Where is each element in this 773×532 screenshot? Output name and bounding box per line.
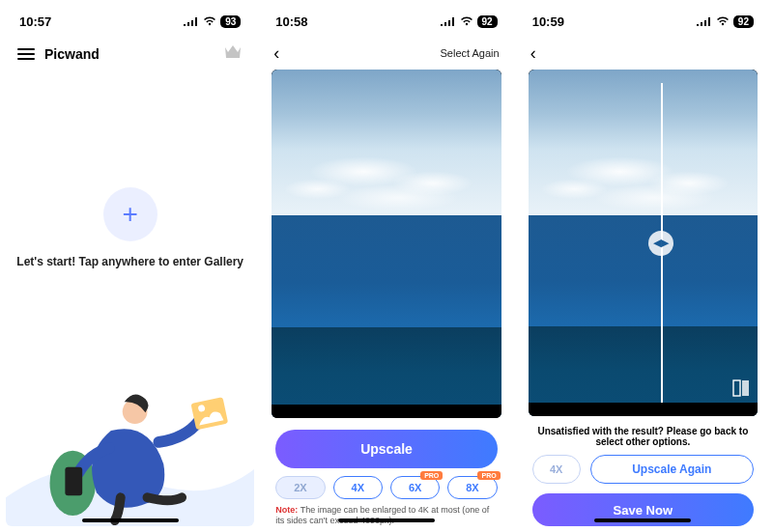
status-bar: 10:59 92 <box>519 6 767 37</box>
note-label: Note: <box>275 505 298 515</box>
home-body[interactable]: + Let's start! Tap anywhere to enter Gal… <box>6 71 254 526</box>
scale-option-label: 6X <box>409 482 421 493</box>
nav-bar: ‹ <box>519 37 767 70</box>
home-tagline: Let's start! Tap anywhere to enter Galle… <box>16 255 243 268</box>
battery-badge: 92 <box>733 15 754 28</box>
compare-toggle-icon[interactable] <box>732 379 750 397</box>
home-indicator <box>82 518 179 522</box>
scale-option-label: 8X <box>466 482 478 493</box>
compare-handle[interactable]: ◀▶ <box>648 231 673 256</box>
home-indicator <box>338 518 435 522</box>
result-actions: 4X Upscale Again <box>519 455 767 484</box>
pro-badge: PRO <box>477 471 500 480</box>
svg-rect-5 <box>733 380 740 396</box>
wifi-icon <box>203 16 216 26</box>
image-compare[interactable]: ◀▶ <box>529 70 758 416</box>
status-time: 10:58 <box>275 14 307 29</box>
menu-icon[interactable] <box>17 48 35 60</box>
add-image-button[interactable]: + <box>103 187 157 241</box>
app-header: Picwand <box>6 37 254 71</box>
screen-result: 10:59 92 ‹ ◀▶ Unsatisfied with the resul… <box>519 6 767 526</box>
svg-rect-3 <box>190 397 228 430</box>
result-message: Unsatisfied with the result? Please go b… <box>529 426 758 447</box>
status-bar: 10:58 92 <box>262 6 510 37</box>
status-bar: 10:57 93 <box>6 6 254 37</box>
scale-options: 2X 4X 6X PRO 8X PRO <box>262 474 510 503</box>
upscale-again-button[interactable]: Upscale Again <box>590 455 754 484</box>
signal-icon <box>697 16 712 26</box>
select-again-button[interactable]: Select Again <box>441 47 500 59</box>
note-text: Note: The image can be enlarged to 4K at… <box>262 503 510 527</box>
app-title: Picwand <box>44 46 100 62</box>
pro-badge: PRO <box>420 471 443 480</box>
scale-option-8x[interactable]: 8X PRO <box>447 476 497 499</box>
scale-option-label: 2X <box>294 482 306 493</box>
nav-bar: ‹ Select Again <box>262 37 510 70</box>
battery-badge: 93 <box>220 15 241 28</box>
scale-option-2x[interactable]: 2X <box>275 476 325 499</box>
scale-option-4x[interactable]: 4X <box>333 476 383 499</box>
scale-option-6x[interactable]: 6X PRO <box>390 476 440 499</box>
svg-rect-6 <box>742 380 749 396</box>
signal-icon <box>441 16 456 26</box>
home-illustration <box>6 352 254 526</box>
screen-upscale: 10:58 92 ‹ Select Again Upscale 2X 4X <box>262 6 510 526</box>
back-button[interactable]: ‹ <box>273 44 279 62</box>
status-time: 10:59 <box>532 14 564 29</box>
signal-icon <box>184 16 199 26</box>
status-right: 93 <box>184 15 241 28</box>
scale-option-label: 4X <box>352 482 364 493</box>
wifi-icon <box>716 16 730 26</box>
crown-icon[interactable] <box>223 44 243 64</box>
status-right: 92 <box>441 15 498 28</box>
screen-home: 10:57 93 Picwand + Let's start! Tap anyw… <box>6 6 254 526</box>
image-preview[interactable] <box>272 70 501 418</box>
back-button[interactable]: ‹ <box>530 44 536 62</box>
svg-rect-2 <box>65 467 82 496</box>
wifi-icon <box>460 16 473 26</box>
plus-icon: + <box>122 199 137 230</box>
battery-badge: 92 <box>477 15 498 28</box>
status-time: 10:57 <box>19 14 51 29</box>
home-indicator <box>594 518 691 522</box>
status-right: 92 <box>697 15 754 28</box>
upscale-button[interactable]: Upscale <box>275 430 497 468</box>
current-scale-pill[interactable]: 4X <box>532 455 581 484</box>
